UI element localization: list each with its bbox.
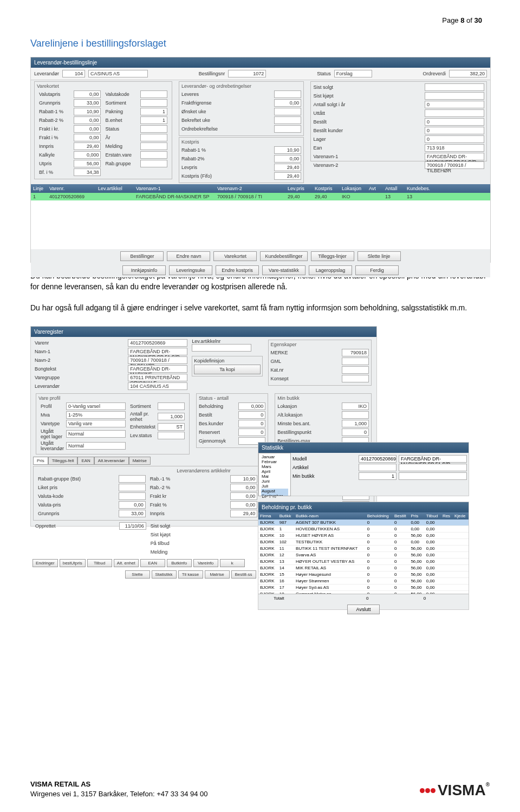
field-value[interactable]: Normal [66,430,126,438]
vareinfo-button[interactable]: Vareinfo [193,559,218,567]
slette-linje-button[interactable]: Slette linje [358,251,401,261]
leverandor-name[interactable]: CASINUS AS [88,70,148,77]
field-value[interactable]: 1 [140,116,167,124]
field-value[interactable]: 10,90 [230,475,257,483]
table-row[interactable]: BJORK11BUTIKK 11 TEST INTERNFAKT0056,000… [258,545,469,551]
field-value[interactable]: 29,40 [274,172,301,180]
slette-button[interactable]: Slette [125,570,150,579]
field-value[interactable] [119,484,146,491]
innkj-psinfo-button[interactable]: Innkjøpsinfo [122,265,166,275]
field-value[interactable] [140,90,167,98]
ordreverdi[interactable]: 382,20 [449,70,487,77]
field-value[interactable] [342,358,369,365]
matrise-button[interactable]: Matrise [205,570,230,579]
table-row[interactable]: BJORK14MIK RETAIL AS0056,000,00 [258,564,469,571]
field-value[interactable]: 0 [425,127,484,134]
endre-kostpris-button[interactable]: Endre kostpris [216,265,259,275]
field-value[interactable]: 713 918 [425,144,484,152]
field-value[interactable]: 0,00 [230,501,257,509]
field-value[interactable] [274,116,301,124]
tab-tilleggs-felt[interactable]: Tilleggs-felt [48,457,78,465]
field-value[interactable]: 67011 PRINTERBÅND ORIGINALE [128,374,187,381]
field-value[interactable]: 0,000 [74,151,101,159]
field-value[interactable]: 0-Vanlig varsel [66,402,126,410]
vare-statistikk-button[interactable]: Vare-statistikk [262,265,306,275]
table-row[interactable]: BJORK15Høyer Haugesund0056,000,00 [258,571,469,577]
field-value[interactable] [425,109,484,117]
table-row[interactable]: BJORK10HUSET HØYER AS0056,000,00 [258,532,469,538]
field-value[interactable]: 0 [425,135,484,143]
ferdig-button[interactable]: Ferdig [355,265,399,275]
varekortet-button[interactable]: Varekortet [213,251,257,261]
field-value[interactable]: 4012700520869 [128,339,187,347]
field-value[interactable] [119,492,146,500]
field-value[interactable]: 29,40 [74,142,101,150]
kundebestillinger-button[interactable]: Kundebestillinger [260,251,307,261]
field-value[interactable] [140,99,167,107]
field-value[interactable] [274,90,301,98]
field-value[interactable]: 0,00 [74,116,101,124]
bestill-ss-button[interactable]: Bestill-ss [231,570,256,579]
field-value[interactable]: 1 [140,108,167,115]
field-value[interactable]: 0 [425,101,484,108]
field-value[interactable]: 0,00 [74,90,101,98]
ean-button[interactable]: EAN [140,559,165,567]
field-value[interactable]: IKO [342,402,369,410]
table-row[interactable]: BJORK16Høyer Strømmen0056,000,00 [258,577,469,584]
month-list[interactable]: JanuarFebruarMarsAprilMaiJuniJuliAugustS… [258,453,291,496]
field-value[interactable] [140,151,167,159]
field-value[interactable]: 56,00 [74,160,101,167]
field-value[interactable]: 700918 / 700918 / TILBEHØR [425,161,484,169]
field-value[interactable]: 0 [238,428,265,436]
endringer-button[interactable]: Endringer [32,559,58,567]
field-value[interactable]: 0 [342,428,369,436]
til kasse-button[interactable]: Til kasse [178,570,203,579]
tab-alt.leverandør[interactable]: Alt.leverandør [94,457,129,465]
field-value[interactable]: 700918 / 700918 / TILBEHØR [128,356,187,364]
tab-ean[interactable]: EAN [77,457,94,465]
field-value[interactable] [140,125,167,133]
field-value[interactable] [158,402,185,410]
table-row[interactable]: BJORK17Høyer Syd-as AS0056,000,00 [258,584,469,590]
field-value[interactable]: FARGEBÅND DR-MASKINER SP 51 S/R [128,348,187,355]
tab-matrise[interactable]: Matrise [129,457,151,465]
field-value[interactable]: 0,00 [74,134,101,141]
field-value[interactable]: 1,000 [158,413,185,420]
field-value[interactable]: 0,00 [119,501,146,509]
field-value[interactable]: 0,000 [238,402,265,410]
field-value[interactable]: 0,00 [274,155,301,163]
tilleggs-linjer-button[interactable]: Tilleggs-linjer [311,251,354,261]
field-value[interactable]: 0,00 [74,125,101,133]
endre-navn-button[interactable]: Endre navn [167,251,210,261]
butkinfo-button[interactable]: Butkinfo [167,559,192,567]
field-value[interactable]: 10,90 [74,108,101,115]
table-row[interactable]: BJORK102TESTBUTIKK000,000,00 [258,538,469,545]
field-value[interactable]: 1-25% [66,411,126,419]
lageroppslag-button[interactable]: Lageroppslag [309,265,352,275]
alt. enhet-button[interactable]: Alt. enhet [114,559,139,567]
field-value[interactable]: ST [158,423,185,431]
table-row[interactable]: BJORK13HØYER OUTLET VESTBY AS0056,000,00 [258,558,469,564]
bestillinger-button[interactable]: Bestillinger [120,251,164,261]
field-value[interactable] [140,160,167,167]
field-value[interactable] [274,125,301,133]
grid-row[interactable]: 14012700520869FARGEBÅND DR-MASKINER SP70… [31,193,490,200]
field-value[interactable] [119,475,146,483]
leveringsuke-button[interactable]: Leveringsuke [169,265,212,275]
field-value[interactable]: 33,00 [119,510,146,517]
field-value[interactable]: 0 [425,118,484,126]
field-value[interactable] [274,108,301,115]
field-value[interactable] [342,366,369,374]
field-value[interactable]: 29,40 [230,510,257,517]
field-value[interactable]: FARGEBÅND DR-MASKINE [128,365,187,373]
field-value[interactable] [342,375,369,382]
field-value[interactable]: 104 CASINUS AS [128,382,187,390]
field-value[interactable]: 29,40 [274,164,301,171]
ta-kopi-button[interactable]: Ta kopi [194,365,260,374]
field-value[interactable]: 790918 [342,349,369,356]
table-row[interactable]: BJORK12Svarva AS0056,000,00 [258,551,469,558]
field-value[interactable] [158,432,185,439]
statistikk-button[interactable]: Statistikk [152,570,177,579]
tilbud-button[interactable]: Tilbud [87,559,112,567]
field-value[interactable]: FARGEBÅND DR-MASKINER SP 51 S/R [425,153,484,160]
